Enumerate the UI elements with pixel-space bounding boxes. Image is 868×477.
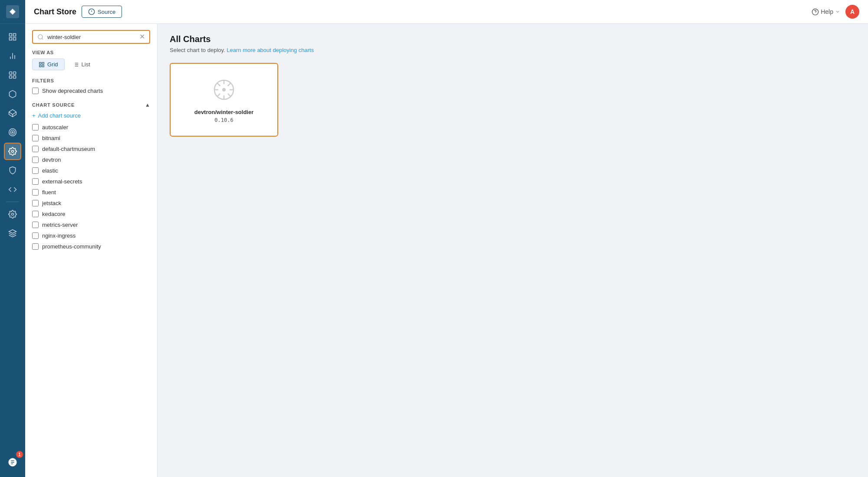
view-toggle: Grid List (32, 59, 150, 70)
source-label[interactable]: default-chartmuseum (42, 146, 95, 152)
svg-marker-20 (9, 230, 16, 233)
sidebar-icon-dashboard[interactable] (4, 28, 21, 46)
topbar: Chart Store Source Help A (25, 0, 868, 24)
charts-subtitle: Select chart to deploy. Learn more about… (170, 47, 856, 53)
sidebar-icon-apps[interactable] (4, 66, 21, 84)
chart-card-name: devtron/winter-soldier (194, 109, 254, 115)
source-checkbox[interactable] (32, 157, 39, 163)
sidebar-divider (6, 202, 19, 202)
source-item: jetstack (32, 200, 150, 206)
svg-rect-32 (42, 65, 44, 67)
chart-author: devtron/ (194, 109, 217, 115)
svg-line-48 (217, 94, 220, 96)
source-label[interactable]: bitnami (42, 135, 60, 141)
svg-point-16 (10, 130, 15, 134)
chat-icon-wrapper: 1 (4, 453, 21, 472)
add-source-plus: + (32, 112, 36, 119)
source-item: nginx-ingress (32, 232, 150, 239)
svg-point-15 (9, 129, 16, 136)
help-button[interactable]: Help (812, 8, 840, 16)
list-view-label: List (82, 61, 90, 68)
search-clear-button[interactable]: ✕ (139, 33, 145, 40)
source-item: default-chartmuseum (32, 146, 150, 152)
source-button[interactable]: Source (82, 6, 122, 18)
sidebar-icon-package[interactable] (4, 105, 21, 122)
view-as-label: VIEW AS (32, 50, 150, 55)
source-label[interactable]: metrics-server (42, 222, 78, 228)
left-panel: ✕ VIEW AS Grid List FILTERS Show depreca… (25, 24, 158, 477)
chart-source-title: CHART SOURCE (32, 102, 75, 108)
source-checkbox[interactable] (32, 146, 39, 152)
source-label[interactable]: external-secrets (42, 178, 82, 185)
svg-rect-4 (10, 38, 12, 40)
svg-rect-9 (10, 72, 12, 75)
svg-rect-29 (39, 62, 41, 64)
search-box: ✕ (32, 30, 150, 44)
sidebar-bottom: 1 (4, 453, 21, 477)
sidebar-icons-list (0, 24, 25, 453)
deprecated-checkbox[interactable] (32, 88, 39, 94)
source-label[interactable]: jetstack (42, 200, 61, 206)
source-checkbox[interactable] (32, 178, 39, 185)
svg-point-40 (222, 88, 226, 91)
svg-rect-30 (42, 62, 44, 64)
sidebar-icon-target[interactable] (4, 124, 21, 141)
source-label[interactable]: elastic (42, 167, 58, 174)
svg-rect-12 (13, 76, 16, 78)
search-input[interactable] (47, 34, 136, 40)
svg-line-46 (228, 94, 231, 96)
source-label[interactable]: kedacore (42, 211, 65, 217)
svg-rect-31 (39, 65, 41, 67)
page-title: Chart Store (34, 7, 76, 16)
svg-point-18 (12, 150, 14, 153)
sidebar-icon-cube[interactable] (4, 85, 21, 103)
svg-rect-10 (13, 72, 16, 75)
filters-label: FILTERS (32, 78, 150, 83)
deprecated-label[interactable]: Show deprecated charts (42, 88, 103, 94)
source-item: autoscaler (32, 124, 150, 131)
sidebar: 1 (0, 0, 25, 477)
sidebar-icon-shield[interactable] (4, 162, 21, 179)
sidebar-icon-layers[interactable] (4, 225, 21, 242)
grid-view-button[interactable]: Grid (32, 59, 65, 70)
charts-subtitle-text: Select chart to deploy. (170, 47, 225, 53)
source-item: fluent (32, 189, 150, 196)
svg-rect-2 (10, 34, 12, 36)
source-label[interactable]: prometheus-community (42, 243, 101, 250)
chart-card-icon (211, 77, 237, 103)
notification-badge: 1 (16, 451, 23, 458)
sidebar-logo[interactable] (0, 0, 25, 24)
sidebar-icon-settings[interactable] (4, 143, 21, 160)
source-item: prometheus-community (32, 243, 150, 250)
source-checkbox[interactable] (32, 167, 39, 174)
topbar-right: Help A (812, 5, 859, 19)
avatar[interactable]: A (845, 5, 859, 19)
source-checkbox[interactable] (32, 200, 39, 206)
source-checkbox[interactable] (32, 232, 39, 239)
source-checkbox[interactable] (32, 189, 39, 196)
chart-card-winter-soldier[interactable]: devtron/winter-soldier 0.10.6 (170, 63, 278, 137)
main-area: Chart Store Source Help A ✕ VIEW AS (25, 0, 868, 477)
list-view-button[interactable]: List (66, 59, 97, 70)
source-checkbox[interactable] (32, 222, 39, 228)
svg-line-47 (228, 83, 231, 85)
source-checkbox[interactable] (32, 124, 39, 131)
source-checkbox[interactable] (32, 135, 39, 141)
add-chart-source-button[interactable]: + Add chart source (32, 112, 150, 119)
source-label[interactable]: devtron (42, 157, 61, 163)
source-item: external-secrets (32, 178, 150, 185)
svg-rect-11 (10, 76, 12, 78)
source-checkbox[interactable] (32, 243, 39, 250)
help-label: Help (821, 8, 833, 15)
chart-source-collapse[interactable]: ▲ (145, 102, 150, 108)
learn-more-link[interactable]: Learn more about deploying charts (227, 47, 314, 53)
source-label[interactable]: autoscaler (42, 124, 68, 131)
source-checkbox[interactable] (32, 211, 39, 217)
sidebar-icon-code[interactable] (4, 181, 21, 198)
source-label[interactable]: nginx-ingress (42, 232, 76, 239)
sidebar-icon-gear2[interactable] (4, 206, 21, 223)
svg-rect-5 (13, 38, 16, 40)
source-label[interactable]: fluent (42, 189, 56, 196)
charts-grid: devtron/winter-soldier 0.10.6 (170, 63, 856, 137)
sidebar-icon-chart[interactable] (4, 47, 21, 65)
